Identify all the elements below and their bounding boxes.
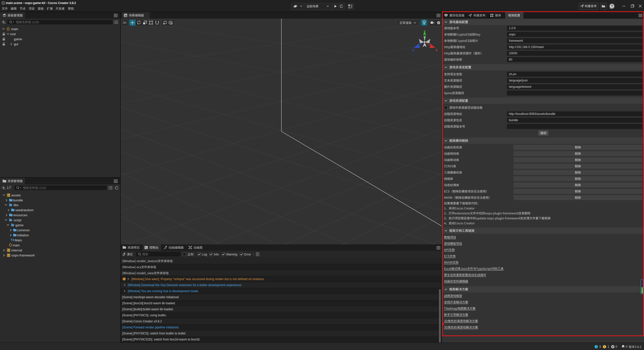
svg-text:Z: Z — [412, 48, 414, 52]
svg-text:Y: Y — [424, 30, 426, 33]
svg-text:X: X — [435, 48, 437, 52]
svg-text:?: ? — [611, 5, 613, 8]
svg-text:i: i — [596, 345, 597, 348]
